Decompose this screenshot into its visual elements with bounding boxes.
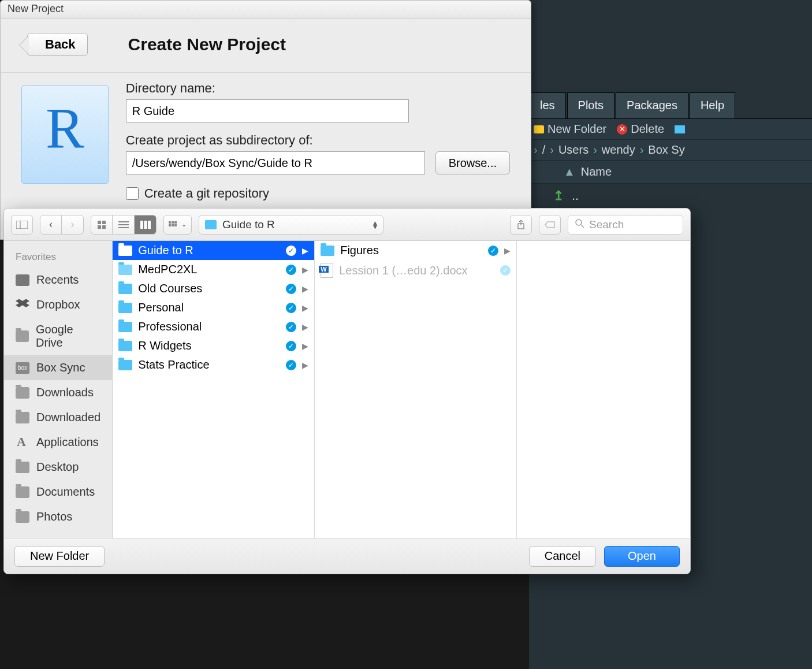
sidebar-item-google-drive[interactable]: Google Drive (4, 317, 112, 355)
group-by-button[interactable]: ⌄ (163, 215, 192, 235)
list-item[interactable]: Figures✓▶ (315, 241, 516, 260)
open-button[interactable]: Open (604, 546, 680, 567)
sync-badge-icon: ✓ (286, 322, 296, 332)
sidebar-toggle-button[interactable] (11, 215, 33, 235)
tab-help[interactable]: Help (690, 92, 735, 118)
sidebar-item-box-sync[interactable]: boxBox Sync (4, 355, 112, 380)
sync-badge-icon: ✓ (286, 341, 296, 351)
nav-forward-button[interactable]: › (62, 215, 84, 235)
svg-rect-9 (140, 221, 143, 229)
sync-badge-icon: ✓ (286, 284, 296, 294)
new-folder-button[interactable]: New Folder (534, 122, 606, 136)
view-columns-button[interactable] (135, 215, 157, 235)
item-label: Guide to R (138, 244, 280, 257)
crumb-boxsync[interactable]: Box Sy (648, 143, 684, 157)
view-list-button[interactable] (113, 215, 135, 235)
chevron-right-icon: ▶ (302, 246, 308, 255)
sidebar-item-recents[interactable]: Recents (4, 267, 112, 292)
breadcrumb: › / › Users › wendy › Box Sy (529, 139, 812, 160)
back-button[interactable]: Back (27, 33, 88, 56)
crumb-wendy[interactable]: wendy (602, 143, 635, 157)
list-item[interactable]: Guide to R✓▶ (113, 241, 314, 260)
list-item[interactable]: MedPC2XL✓▶ (113, 260, 314, 279)
folder-icon (118, 341, 132, 351)
crumb-users[interactable]: Users (558, 143, 588, 157)
parent-dir-row[interactable]: ↥ .. (529, 184, 812, 208)
tab-packages[interactable]: Packages (616, 92, 688, 118)
new-project-dialog: New Project Back Create New Project R Di… (0, 0, 531, 240)
subdirectory-input[interactable] (126, 151, 425, 174)
sidebar-item-documents[interactable]: Documents (4, 480, 112, 504)
directory-name-label: Directory name: (126, 81, 510, 96)
chevron-right-icon: ▶ (302, 341, 308, 351)
folder-icon (16, 330, 29, 342)
list-item[interactable]: Professional✓▶ (113, 317, 314, 336)
browse-button[interactable]: Browse... (435, 151, 510, 174)
search-icon (575, 218, 584, 231)
rstudio-tab-strip: les Plots Packages Help (529, 92, 812, 119)
chevron-right-icon: › (640, 143, 644, 157)
delete-button[interactable]: ✕ Delete (617, 122, 664, 136)
sidebar-item-desktop[interactable]: Desktop (4, 455, 112, 480)
svg-rect-17 (174, 224, 177, 226)
chevron-down-icon: ⌄ (181, 221, 187, 228)
sidebar-item-downloads[interactable]: Downloads (4, 380, 112, 405)
up-arrow-icon: ↥ (553, 188, 564, 203)
list-item[interactable]: Personal✓▶ (113, 298, 314, 317)
item-label: Professional (138, 320, 280, 333)
tab-plots[interactable]: Plots (567, 92, 614, 118)
list-item: Lession 1 (…edu 2).docx✓ (315, 260, 516, 281)
git-checkbox[interactable] (126, 187, 139, 200)
search-placeholder: Search (589, 218, 624, 231)
sidebar-item-label: Applications (36, 436, 99, 449)
column-browser: Guide to R✓▶MedPC2XL✓▶Old Courses✓▶Perso… (113, 241, 691, 538)
rstudio-files-toolbar: New Folder ✕ Delete (529, 119, 812, 139)
search-input[interactable]: Search (568, 215, 683, 235)
sidebar-item-label: Desktop (36, 460, 79, 474)
sidebar-item-downloaded[interactable]: Downloaded (4, 405, 112, 430)
item-label: Stats Practice (138, 358, 280, 371)
tags-button[interactable] (539, 215, 561, 235)
share-button[interactable] (510, 215, 532, 235)
sidebar-item-dropbox[interactable]: Dropbox (4, 292, 112, 317)
chevron-right-icon: › (550, 143, 554, 157)
item-label: MedPC2XL (138, 263, 280, 276)
directory-name-input[interactable] (126, 99, 409, 122)
tab-files[interactable]: les (529, 92, 566, 118)
crumb-root[interactable]: / (542, 143, 546, 157)
svg-rect-2 (98, 221, 101, 224)
chevron-right-icon: ▶ (302, 265, 308, 274)
svg-rect-14 (174, 221, 177, 224)
subdirectory-label: Create project as subdirectory of: (126, 133, 510, 148)
sort-asc-icon: ▲ (564, 165, 575, 179)
folder-icon (118, 246, 132, 256)
list-item[interactable]: R Widgets✓▶ (113, 336, 314, 355)
sidebar-item-photos[interactable]: Photos (4, 504, 112, 529)
svg-rect-15 (169, 224, 171, 226)
svg-rect-11 (148, 221, 151, 229)
path-popup[interactable]: Guide to R (199, 215, 383, 235)
chevron-right-icon: › (534, 143, 538, 157)
svg-point-20 (576, 220, 582, 225)
chevron-right-icon: ▶ (302, 360, 308, 370)
git-label: Create a git repository (144, 186, 269, 201)
folder-icon (16, 462, 29, 473)
cancel-button[interactable]: Cancel (529, 546, 596, 567)
list-item[interactable]: Old Courses✓▶ (113, 279, 314, 298)
view-icons-button[interactable] (91, 215, 113, 235)
item-label: R Widgets (138, 339, 280, 352)
item-label: Figures (340, 244, 482, 257)
sync-badge-icon: ✓ (286, 360, 296, 370)
folder-icon (16, 412, 29, 423)
nav-back-button[interactable]: ‹ (40, 215, 62, 235)
word-doc-icon (321, 263, 333, 278)
new-folder-button[interactable]: New Folder (14, 546, 105, 567)
svg-rect-12 (169, 221, 171, 224)
sidebar-item-applications[interactable]: Applications (4, 430, 112, 455)
sidebar-item-label: Box Sync (36, 361, 85, 374)
rename-icon[interactable] (675, 125, 685, 133)
sync-badge-icon: ✓ (500, 265, 511, 276)
column-header-name[interactable]: ▲ Name (529, 160, 812, 184)
folder-icon (16, 511, 29, 523)
list-item[interactable]: Stats Practice✓▶ (113, 355, 314, 374)
